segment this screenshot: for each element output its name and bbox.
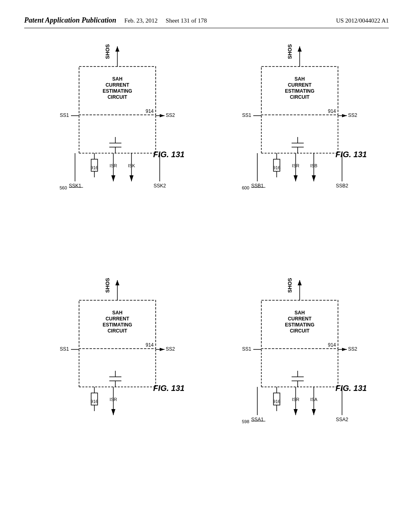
svg-marker-130 [312, 409, 316, 415]
diagram-131c: SHOS SAH CURRENT ESTIMATING CIRCUIT 914 … [211, 278, 385, 504]
svg-text:SS2: SS2 [348, 346, 357, 352]
svg-marker-127 [294, 409, 298, 415]
svg-text:FIG. 131A: FIG. 131A [153, 384, 184, 393]
svg-marker-60 [294, 175, 298, 181]
svg-text:FIG. 131C: FIG. 131C [336, 384, 366, 393]
circuit-131a: SHOS SAH CURRENT ESTIMATING CIRCUIT 914 … [47, 278, 184, 447]
svg-text:SS1: SS1 [242, 346, 251, 352]
svg-text:SS2: SS2 [166, 346, 175, 352]
svg-marker-22 [111, 175, 115, 181]
svg-text:SS2: SS2 [348, 112, 357, 118]
svg-text:CIRCUIT: CIRCUIT [290, 328, 310, 334]
page: Patent Application Publication Feb. 23, … [0, 0, 413, 532]
svg-marker-39 [298, 46, 302, 52]
svg-text:ESTIMATING: ESTIMATING [285, 322, 314, 328]
svg-marker-98 [111, 409, 115, 415]
header-title: Patent Application Publication [24, 16, 116, 25]
svg-marker-12 [160, 114, 165, 117]
svg-marker-117 [342, 348, 347, 351]
header-date: Feb. 23, 2012 [124, 17, 158, 24]
header-patent: US 2012/0044022 A1 [336, 17, 389, 24]
svg-text:SAH: SAH [294, 76, 305, 82]
svg-text:CURRENT: CURRENT [288, 82, 312, 88]
svg-marker-88 [160, 348, 165, 351]
svg-marker-25 [129, 175, 133, 181]
svg-text:SSB2: SSB2 [336, 183, 348, 189]
svg-marker-77 [115, 280, 119, 285]
circuit-131d: SHOS SAH CURRENT ESTIMATING CIRCUIT 914 … [229, 44, 366, 214]
svg-text:CIRCUIT: CIRCUIT [290, 94, 310, 100]
circuit-131c: SHOS SAH CURRENT ESTIMATING CIRCUIT 914 … [229, 278, 366, 447]
svg-text:FIG. 131B: FIG. 131B [153, 150, 184, 159]
svg-text:916: 916 [91, 165, 98, 170]
svg-text:ESTIMATING: ESTIMATING [102, 88, 132, 94]
header-sheet: Sheet 131 of 178 [166, 17, 207, 24]
svg-text:SSA1: SSA1 [251, 417, 264, 422]
svg-marker-1 [115, 46, 119, 52]
svg-text:CIRCUIT: CIRCUIT [108, 94, 127, 100]
svg-text:SAH: SAH [294, 310, 305, 316]
svg-text:SSB1: SSB1 [251, 183, 264, 189]
svg-text:SHOS: SHOS [287, 278, 293, 293]
svg-text:914: 914 [146, 108, 154, 114]
svg-text:560: 560 [60, 185, 67, 190]
shos-label: SHOS [104, 44, 111, 59]
diagram-131d: SHOS SAH CURRENT ESTIMATING CIRCUIT 914 … [211, 44, 385, 270]
svg-text:SS2: SS2 [166, 112, 175, 118]
svg-text:CURRENT: CURRENT [288, 316, 312, 322]
svg-text:914: 914 [328, 342, 336, 348]
svg-text:SSK2: SSK2 [154, 183, 166, 189]
svg-text:598: 598 [242, 419, 249, 424]
svg-marker-50 [342, 114, 347, 117]
diagrams-grid: SHOS SAH CURRENT ESTIMATING CIRCUIT 914 … [24, 40, 389, 508]
svg-text:916: 916 [91, 399, 98, 404]
svg-text:914: 914 [146, 342, 154, 348]
diagram-131a: SHOS SAH CURRENT ESTIMATING CIRCUIT 914 … [28, 278, 202, 504]
svg-text:SSK1: SSK1 [69, 183, 81, 189]
svg-text:SHOS: SHOS [287, 44, 293, 59]
svg-text:CURRENT: CURRENT [106, 316, 129, 322]
svg-text:SS1: SS1 [242, 112, 251, 118]
svg-marker-63 [312, 175, 316, 181]
svg-marker-106 [298, 280, 302, 285]
svg-text:914: 914 [328, 108, 336, 114]
svg-text:SHOS: SHOS [104, 278, 111, 293]
svg-text:ESTIMATING: ESTIMATING [102, 322, 132, 328]
svg-text:CURRENT: CURRENT [106, 82, 129, 88]
svg-text:916: 916 [273, 165, 280, 170]
svg-text:600: 600 [242, 185, 249, 190]
svg-text:ESTIMATING: ESTIMATING [285, 88, 314, 94]
circuit-131b: SHOS SAH CURRENT ESTIMATING CIRCUIT 914 … [47, 44, 184, 214]
svg-text:916: 916 [273, 399, 280, 404]
diagram-131b: SHOS SAH CURRENT ESTIMATING CIRCUIT 914 … [28, 44, 202, 270]
svg-text:CIRCUIT: CIRCUIT [108, 328, 127, 334]
svg-text:SS1: SS1 [60, 112, 69, 118]
svg-text:SAH: SAH [112, 310, 122, 316]
svg-text:SSA2: SSA2 [336, 417, 348, 422]
svg-text:FIG. 131D: FIG. 131D [336, 150, 366, 159]
svg-text:SAH: SAH [112, 76, 122, 82]
page-header: Patent Application Publication Feb. 23, … [24, 16, 389, 28]
svg-text:SS1: SS1 [60, 346, 69, 352]
